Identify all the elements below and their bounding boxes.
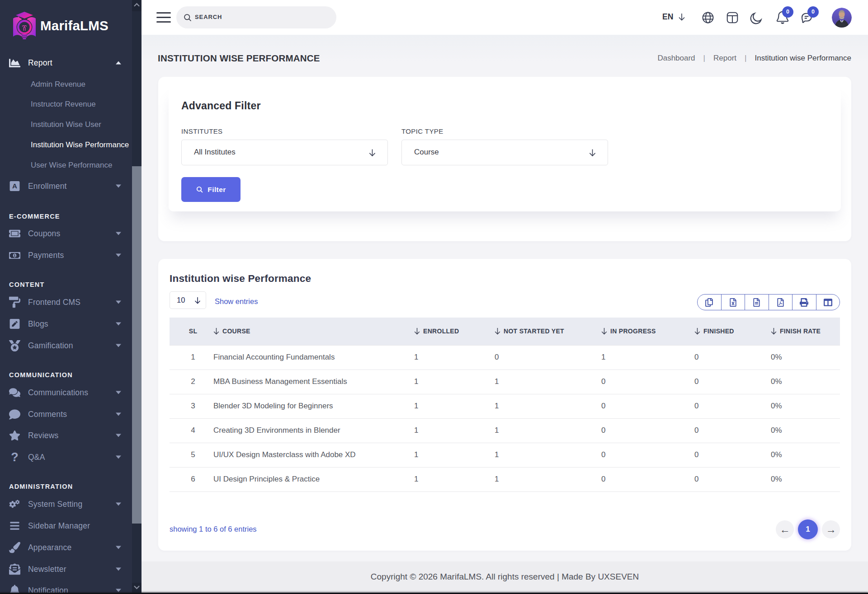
svg-text:A: A [12, 182, 17, 190]
